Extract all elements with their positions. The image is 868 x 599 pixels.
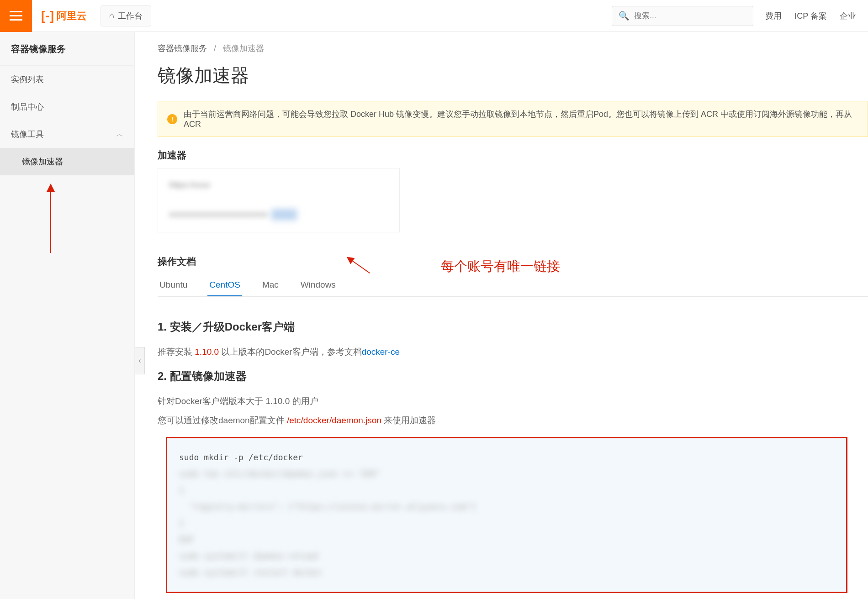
docker-ce-link[interactable]: docker-ce <box>362 347 400 357</box>
doc-body: 1. 安装／升级Docker客户端 推荐安装 1.10.0 以上版本的Docke… <box>135 297 868 593</box>
sidebar: 容器镜像服务 实例列表 制品中心 镜像工具 ︿ 镜像加速器 <box>0 32 135 599</box>
annotation-arrow-up <box>50 184 51 253</box>
alert-text: 由于当前运营商网络问题，可能会导致您拉取 Docker Hub 镜像变慢。建议您… <box>184 109 858 129</box>
tab-ubuntu[interactable]: Ubuntu <box>158 274 189 296</box>
section2-title: 2. 配置镜像加速器 <box>158 369 868 384</box>
accelerator-label: 加速器 <box>135 149 868 168</box>
main-content: 容器镜像服务 / 镜像加速器 镜像加速器 ! 由于当前运营商网络问题，可能会导致… <box>135 32 868 599</box>
sidebar-item-products[interactable]: 制品中心 <box>0 93 134 121</box>
tab-windows[interactable]: Windows <box>299 274 338 296</box>
search-icon: 🔍 <box>619 11 630 21</box>
logo[interactable]: [-] 阿里云 <box>32 9 96 23</box>
section1-title: 1. 安装／升级Docker客户端 <box>158 320 868 334</box>
section2-line1: 针对Docker客户端版本大于 1.10.0 的用户 <box>158 394 868 409</box>
warning-alert: ! 由于当前运营商网络问题，可能会导致您拉取 Docker Hub 镜像变慢。建… <box>158 101 868 137</box>
warning-icon: ! <box>167 114 177 124</box>
logo-text: 阿里云 <box>57 9 87 23</box>
chevron-up-icon: ︿ <box>116 130 123 139</box>
workbench-button[interactable]: ⌂ 工作台 <box>101 5 151 26</box>
logo-icon: [-] <box>41 9 54 23</box>
sidebar-collapse-handle[interactable]: ‹ <box>135 347 145 374</box>
code-block[interactable]: sudo mkdir -p /etc/docker sudo tee /etc/… <box>166 437 847 593</box>
workbench-label: 工作台 <box>118 11 143 21</box>
section1-text: 推荐安装 1.10.0 以上版本的Docker客户端，参考文档docker-ce <box>158 344 868 360</box>
sidebar-title: 容器镜像服务 <box>0 32 134 66</box>
section2-line2: 您可以通过修改daemon配置文件 /etc/docker/daemon.jso… <box>158 413 868 428</box>
header-link-icp[interactable]: ICP 备案 <box>794 11 827 21</box>
search-box[interactable]: 🔍 <box>612 6 753 26</box>
header-links: 费用 ICP 备案 企业 <box>753 11 868 21</box>
breadcrumb: 容器镜像服务 / 镜像加速器 <box>135 32 868 58</box>
accelerator-url-blurred: https://xxxx <box>169 180 224 190</box>
accelerator-box: https://xxxx xxxxxxxxxxxxxxxxxxxxxxxx <box>158 168 400 232</box>
home-icon: ⌂ <box>109 11 114 21</box>
hamburger-icon <box>10 11 22 21</box>
breadcrumb-current: 镜像加速器 <box>223 44 264 53</box>
header-link-enterprise[interactable]: 企业 <box>840 11 856 21</box>
chevron-left-icon: ‹ <box>138 357 141 365</box>
tab-centos[interactable]: CentOS <box>207 274 242 296</box>
tab-mac[interactable]: Mac <box>260 274 281 296</box>
header-link-fee[interactable]: 费用 <box>765 11 782 21</box>
hamburger-menu[interactable] <box>0 0 32 32</box>
os-tabs: Ubuntu CentOS Mac Windows <box>158 274 868 297</box>
sidebar-item-instances[interactable]: 实例列表 <box>0 66 134 93</box>
search-input[interactable] <box>634 11 746 21</box>
sidebar-item-tools[interactable]: 镜像工具 ︿ <box>0 121 134 148</box>
page-title: 镜像加速器 <box>135 58 868 101</box>
sidebar-item-accelerator[interactable]: 镜像加速器 <box>0 148 134 175</box>
accelerator-info-blurred: xxxxxxxxxxxxxxxxxxxxxxxx <box>169 209 311 220</box>
top-header: [-] 阿里云 ⌂ 工作台 🔍 费用 ICP 备案 企业 <box>0 0 868 32</box>
breadcrumb-root[interactable]: 容器镜像服务 <box>158 44 207 53</box>
annotation-text: 每个账号有唯一链接 <box>441 257 560 276</box>
